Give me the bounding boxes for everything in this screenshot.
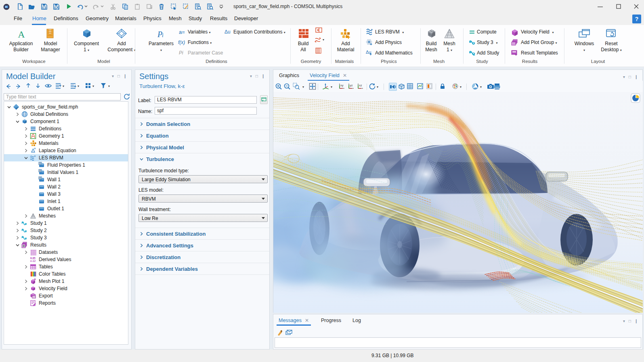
svg-text:xy: xy xyxy=(340,84,344,87)
svg-text:i: i xyxy=(162,32,164,38)
svg-text:yz: yz xyxy=(350,84,353,87)
svg-text:xz: xz xyxy=(359,84,362,87)
svg-text:A: A xyxy=(18,29,25,39)
